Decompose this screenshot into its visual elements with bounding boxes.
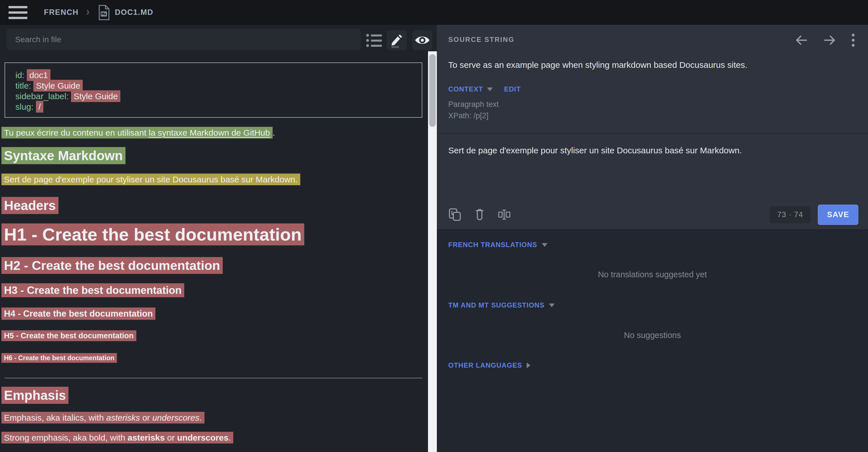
- frontmatter-code-block: id: doc1 title: Style Guide sidebar_labe…: [5, 62, 422, 118]
- string-h1[interactable]: H1 - Create the best documentation: [1, 224, 304, 245]
- next-string-button[interactable]: [823, 34, 837, 47]
- edit-mode-button[interactable]: [387, 30, 407, 50]
- document-preview-panel: id: doc1 title: Style Guide sidebar_labe…: [0, 25, 428, 452]
- pencil-icon: [389, 32, 404, 48]
- hamburger-menu-icon[interactable]: [8, 6, 27, 19]
- translation-editor-panel: SOURCE STRING To serve as an example pag…: [437, 25, 868, 452]
- chevron-down-icon[interactable]: [549, 303, 555, 307]
- string-frontmatter-id[interactable]: doc1: [27, 69, 51, 81]
- translation-toolbar: 73 · 74 SAVE: [448, 203, 858, 226]
- em-text: Emphasis, aka italics, with: [4, 413, 106, 422]
- tm-mt-suggestions-toggle[interactable]: TM AND MT SUGGESTIONS: [448, 301, 545, 309]
- save-button[interactable]: SAVE: [818, 205, 858, 225]
- breadcrumb-file[interactable]: DOC1.MD: [115, 8, 153, 17]
- string-h3[interactable]: H3 - Create the best documentation: [1, 284, 184, 296]
- kebab-menu-icon: [851, 33, 855, 47]
- suggestions-empty-text: No suggestions: [437, 331, 868, 340]
- em-text: .: [199, 413, 202, 422]
- string-h6[interactable]: H6 - Create the best documentation: [1, 354, 117, 362]
- chevron-down-icon[interactable]: [542, 243, 548, 247]
- em-text: or: [140, 413, 152, 422]
- string-h4[interactable]: H4 - Create the best documentation: [1, 309, 155, 319]
- suggestions-area: FRENCH TRANSLATIONS No translations sugg…: [437, 229, 868, 452]
- translation-input[interactable]: Sert de page d'exemple pour styliser un …: [448, 144, 851, 196]
- string-frontmatter-slug[interactable]: /: [36, 101, 43, 112]
- string-active-paragraph[interactable]: Sert de page d'exemple pour styliser un …: [1, 175, 300, 184]
- context-xpath-text: XPath: /p[2]: [448, 111, 489, 120]
- string-heading-emphasis[interactable]: Emphasis: [1, 388, 68, 403]
- document-scrollbar[interactable]: [428, 51, 437, 452]
- preview-mode-button[interactable]: [412, 30, 432, 50]
- intro-text: Tu peux écrire du contenu en utilisant: [4, 128, 149, 137]
- more-options-button[interactable]: [851, 33, 855, 47]
- french-translations-toggle[interactable]: FRENCH TRANSLATIONS: [448, 241, 537, 249]
- frontmatter-key: slug:: [16, 102, 36, 111]
- chevron-right-icon[interactable]: [527, 362, 530, 368]
- editor-divider: [437, 133, 868, 134]
- markdown-syntax-link[interactable]: la syntaxe Markdown de GitHub: [149, 128, 270, 137]
- string-emphasis-bold[interactable]: Strong emphasis, aka bold, with asterisk…: [1, 433, 233, 443]
- character-counter: 73 · 74: [770, 206, 810, 223]
- trash-icon: [474, 208, 485, 221]
- source-string-text: To serve as an example page when styling…: [448, 59, 851, 71]
- clear-translation-button[interactable]: [498, 208, 511, 221]
- context-type-text: Paragraph text: [448, 100, 499, 109]
- strings-list-icon[interactable]: [366, 33, 382, 47]
- string-h5[interactable]: H5 - Create the best documentation: [1, 331, 136, 340]
- string-heading-headers[interactable]: Headers: [1, 198, 58, 213]
- translations-empty-text: No translations suggested yet: [437, 270, 868, 279]
- arrow-left-icon: [795, 34, 808, 47]
- strong-bold-word: asterisks: [128, 433, 165, 442]
- arrow-right-icon: [823, 34, 837, 47]
- chevron-down-icon[interactable]: [487, 88, 493, 91]
- other-languages-toggle[interactable]: OTHER LANGUAGES: [448, 361, 522, 369]
- context-toggle[interactable]: CONTEXT: [448, 85, 483, 93]
- markdown-file-icon: [97, 5, 111, 21]
- text-cursor-field-icon: [498, 208, 511, 221]
- breadcrumb-project[interactable]: FRENCH: [44, 8, 79, 17]
- scrollbar-thumb[interactable]: [429, 54, 436, 127]
- em-italic-word: underscores: [152, 413, 199, 422]
- intro-period: .: [273, 128, 275, 137]
- strong-text: Strong emphasis, aka bold, with: [4, 433, 128, 442]
- em-italic-word: asterisks: [106, 413, 140, 422]
- breadcrumb-separator: ›: [86, 5, 90, 18]
- string-frontmatter-sidebar-label[interactable]: Style Guide: [71, 90, 120, 102]
- string-heading-syntaxe-markdown[interactable]: Syntaxe Markdown: [1, 148, 125, 163]
- string-intro-paragraph[interactable]: Tu peux écrire du contenu en utilisant l…: [1, 128, 275, 138]
- string-emphasis-italics[interactable]: Emphasis, aka italics, with asterisks or…: [1, 413, 205, 423]
- strong-text: or: [165, 433, 177, 442]
- copy-source-button[interactable]: [448, 208, 461, 221]
- copy-source-icon: [448, 208, 461, 221]
- source-string-label: SOURCE STRING: [448, 36, 515, 43]
- edit-context-link[interactable]: EDIT: [504, 85, 521, 93]
- strong-text: .: [228, 433, 231, 442]
- top-bar: FRENCH › DOC1.MD: [0, 0, 868, 25]
- delete-translation-button[interactable]: [474, 208, 485, 221]
- frontmatter-key: id:: [16, 70, 27, 80]
- frontmatter-key: sidebar_label:: [16, 92, 71, 101]
- string-frontmatter-title[interactable]: Style Guide: [33, 80, 83, 92]
- string-h2[interactable]: H2 - Create the best documentation: [1, 258, 223, 273]
- search-input[interactable]: [6, 29, 361, 50]
- eye-icon: [414, 34, 430, 47]
- horizontal-rule: [5, 378, 422, 379]
- frontmatter-key: title:: [16, 81, 33, 90]
- strong-bold-word: underscores: [177, 433, 228, 442]
- previous-string-button[interactable]: [795, 34, 808, 47]
